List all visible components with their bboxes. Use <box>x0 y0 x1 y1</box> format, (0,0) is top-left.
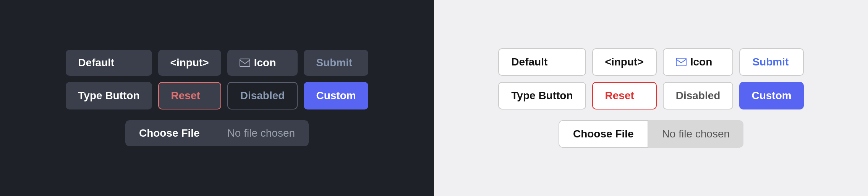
svg-rect-0 <box>240 59 250 67</box>
dark-file-input-row: Choose File No file chosen <box>125 120 309 146</box>
light-button-grid: Default <input> Icon Submit Type Button … <box>498 48 803 109</box>
envelope-icon <box>240 59 250 67</box>
light-icon-button[interactable]: Icon <box>663 48 734 76</box>
dark-panel: Default <input> Icon Submit Type Button … <box>0 0 434 196</box>
light-choose-file-button[interactable]: Choose File <box>559 120 648 148</box>
light-reset-button[interactable]: Reset <box>592 82 657 109</box>
light-submit-button[interactable]: Submit <box>739 48 803 76</box>
dark-button-grid: Default <input> Icon Submit Type Button … <box>66 50 368 109</box>
light-panel: Default <input> Icon Submit Type Button … <box>434 0 868 196</box>
dark-icon-button[interactable]: Icon <box>227 50 298 76</box>
svg-rect-1 <box>676 58 686 66</box>
dark-custom-button[interactable]: Custom <box>304 82 368 109</box>
light-custom-button[interactable]: Custom <box>739 82 803 109</box>
light-type-button-button[interactable]: Type Button <box>498 82 586 109</box>
dark-default-button[interactable]: Default <box>66 50 152 76</box>
light-disabled-button[interactable]: Disabled <box>663 82 734 109</box>
light-no-file-text: No file chosen <box>648 120 743 148</box>
light-default-button[interactable]: Default <box>498 48 586 76</box>
dark-choose-file-button[interactable]: Choose File <box>125 120 214 146</box>
light-input-button[interactable]: <input> <box>592 48 657 76</box>
dark-disabled-button[interactable]: Disabled <box>227 82 298 109</box>
envelope-icon-light <box>676 58 687 66</box>
light-file-input-row: Choose File No file chosen <box>559 120 743 148</box>
dark-no-file-text: No file chosen <box>214 120 309 146</box>
dark-submit-button[interactable]: Submit <box>304 50 368 76</box>
dark-reset-button[interactable]: Reset <box>158 82 221 109</box>
dark-type-button-button[interactable]: Type Button <box>66 82 152 109</box>
dark-input-button[interactable]: <input> <box>158 50 221 76</box>
